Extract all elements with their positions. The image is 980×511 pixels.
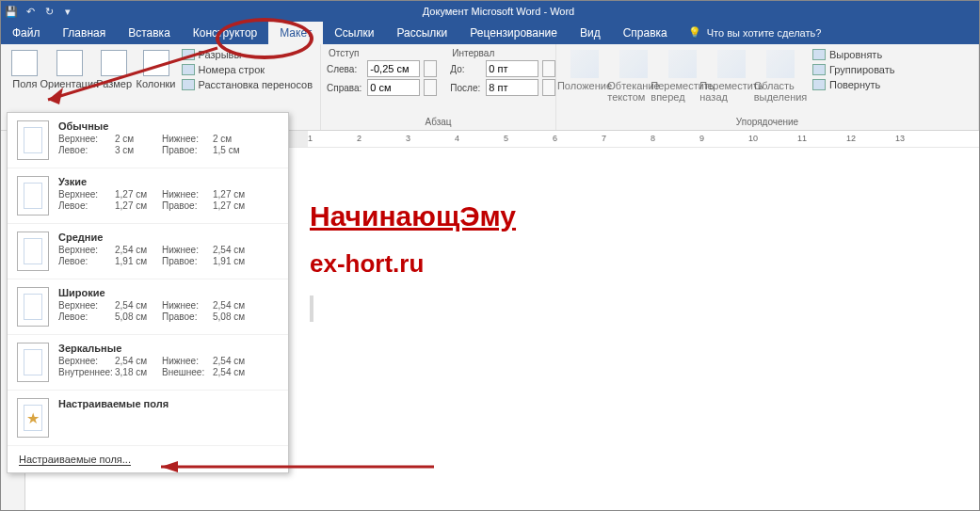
tell-me-search[interactable]: 💡 Что вы хотите сделать? <box>679 22 831 44</box>
position-label: Положение <box>557 80 612 91</box>
breaks-label: Разрывы <box>199 49 242 60</box>
margins-preset-0[interactable]: Обычные Верхнее:2 смНижнее:2 см Левое:3 … <box>8 113 288 168</box>
spacing-after-input[interactable] <box>486 79 538 96</box>
rotate-icon <box>812 79 826 90</box>
orientation-icon <box>56 50 83 76</box>
columns-icon <box>143 50 169 76</box>
tell-me-label: Что вы хотите сделать? <box>707 27 822 39</box>
document-subtext[interactable]: ex-hort.ru <box>310 249 979 279</box>
size-icon <box>101 50 127 76</box>
margins-button[interactable]: Поля <box>7 48 43 89</box>
tab-mailings[interactable]: Рассылки <box>385 22 458 44</box>
hyphenation-icon <box>182 79 195 90</box>
spacing-before-spinner[interactable] <box>542 60 555 77</box>
text-cursor <box>310 295 313 322</box>
selection-pane-label: Область выделения <box>754 80 808 103</box>
tab-help[interactable]: Справка <box>612 22 679 44</box>
spacing-header: Интервал <box>450 48 555 58</box>
custom-recent-label: Настраиваемые поля <box>58 398 279 409</box>
selection-pane-icon <box>766 50 795 78</box>
custom-margins-command[interactable]: Настраиваемые поля... <box>8 446 288 472</box>
orientation-label: Ориентация <box>40 78 99 89</box>
spacing-after-spinner[interactable] <box>542 79 555 96</box>
line-numbers-button[interactable]: Номера строк <box>180 63 314 76</box>
group-icon <box>812 64 826 75</box>
wrap-text-button[interactable]: Обтекание текстом <box>611 48 656 103</box>
line-numbers-icon <box>182 64 195 75</box>
margin-thumb-icon <box>17 287 49 327</box>
indent-header: Отступ <box>327 48 437 58</box>
columns-button[interactable]: Колонки <box>137 48 176 89</box>
margins-label: Поля <box>12 78 37 89</box>
margins-preset-4[interactable]: Зеркальные Верхнее:2,54 смНижнее:2,54 см… <box>8 335 288 391</box>
tab-references[interactable]: Ссылки <box>323 22 385 44</box>
preset-name: Средние <box>58 232 279 243</box>
margin-thumb-icon <box>17 232 49 271</box>
group-arrange: Положение Обтекание текстом Переместить … <box>556 44 979 130</box>
wrap-icon <box>619 50 648 78</box>
spacing-after-label: После: <box>450 83 482 93</box>
margin-thumb-icon <box>17 176 49 216</box>
bring-forward-button[interactable]: Переместить вперед <box>660 48 705 103</box>
tab-layout[interactable]: Макет <box>268 22 323 44</box>
group-arrange-label: Упорядочение <box>562 115 972 130</box>
forward-icon <box>668 50 697 78</box>
redo-icon[interactable]: ↻ <box>42 5 56 18</box>
tab-view[interactable]: Вид <box>569 22 612 44</box>
send-backward-button[interactable]: Переместить назад <box>709 48 754 103</box>
title-bar: 💾 ↶ ↻ ▾ Документ Microsoft Word - Word <box>1 1 979 22</box>
ribbon-tabs: Файл Главная Вставка Конструктор Макет С… <box>1 22 979 44</box>
margin-thumb-icon <box>17 343 49 382</box>
preset-name: Обычные <box>58 120 279 132</box>
size-button[interactable]: Размер <box>96 48 133 89</box>
line-numbers-label: Номера строк <box>199 64 265 75</box>
qat-customize-icon[interactable]: ▾ <box>61 5 74 18</box>
indent-left-spinner[interactable] <box>424 60 437 77</box>
margins-custom-recent[interactable]: Настраиваемые поля <box>8 391 288 446</box>
indent-left-label: Слева: <box>327 64 363 74</box>
save-icon[interactable]: 💾 <box>5 5 18 18</box>
tab-file[interactable]: Файл <box>1 22 52 44</box>
margins-preset-1[interactable]: Узкие Верхнее:1,27 смНижнее:1,27 см Лево… <box>8 168 288 224</box>
breaks-icon <box>182 49 195 60</box>
columns-label: Колонки <box>137 78 176 89</box>
margins-dropdown: Обычные Верхнее:2 смНижнее:2 см Левое:3 … <box>7 112 289 473</box>
tab-review[interactable]: Рецензирование <box>458 22 569 44</box>
hyphenation-label: Расстановка переносов <box>199 79 313 90</box>
tab-home[interactable]: Главная <box>52 22 118 44</box>
margins-preset-2[interactable]: Средние Верхнее:2,54 смНижнее:2,54 см Ле… <box>8 224 288 279</box>
margins-preset-3[interactable]: Широкие Верхнее:2,54 смНижнее:2,54 см Ле… <box>8 279 288 335</box>
indent-left-input[interactable] <box>367 60 420 77</box>
document-heading[interactable]: НачинающЭму <box>310 200 979 232</box>
indent-right-label: Справа: <box>327 83 363 93</box>
align-button[interactable]: Выровнять <box>811 48 897 61</box>
preset-name: Широкие <box>58 287 279 298</box>
margin-thumb-icon <box>17 120 49 160</box>
undo-icon[interactable]: ↶ <box>24 5 37 18</box>
group-objects-label: Группировать <box>829 64 895 75</box>
spacing-before-label: До: <box>450 64 482 74</box>
group-paragraph-label: Абзац <box>327 115 550 130</box>
position-button[interactable]: Положение <box>562 48 607 91</box>
group-paragraph: Отступ Слева: Справа: Интервал До: После… <box>321 44 556 130</box>
margins-icon <box>11 50 38 76</box>
tab-insert[interactable]: Вставка <box>117 22 182 44</box>
rotate-label: Повернуть <box>829 79 880 90</box>
custom-margins-label: Настраиваемые поля... <box>19 454 131 465</box>
indent-right-input[interactable] <box>367 79 420 96</box>
group-objects-button[interactable]: Группировать <box>811 63 897 76</box>
spacing-before-input[interactable] <box>486 60 538 77</box>
rotate-button[interactable]: Повернуть <box>811 78 897 91</box>
orientation-button[interactable]: Ориентация <box>47 48 92 89</box>
window-title: Документ Microsoft Word - Word <box>74 6 979 17</box>
custom-margins-icon <box>17 398 49 438</box>
lightbulb-icon: 💡 <box>688 26 701 40</box>
indent-right-spinner[interactable] <box>424 79 437 96</box>
align-icon <box>812 49 826 60</box>
tab-design[interactable]: Конструктор <box>182 22 268 44</box>
quick-access-toolbar: 💾 ↶ ↻ ▾ <box>1 5 74 18</box>
backward-icon <box>717 50 746 78</box>
selection-pane-button[interactable]: Область выделения <box>758 48 803 103</box>
hyphenation-button[interactable]: Расстановка переносов <box>180 78 314 91</box>
breaks-button[interactable]: Разрывы <box>180 48 314 61</box>
